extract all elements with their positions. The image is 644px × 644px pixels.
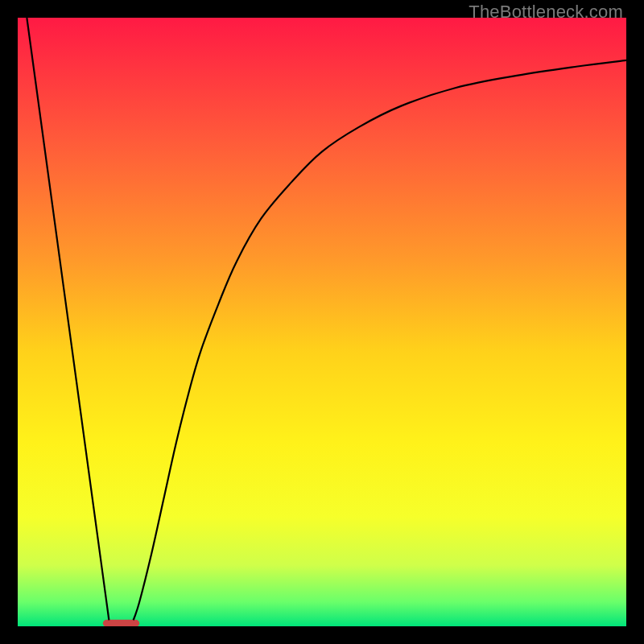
bottleneck-chart: [18, 18, 626, 626]
chart-frame: [18, 18, 626, 626]
watermark-text: TheBottleneck.com: [469, 2, 623, 23]
valley-marker: [103, 620, 139, 626]
gradient-background: [18, 18, 626, 626]
